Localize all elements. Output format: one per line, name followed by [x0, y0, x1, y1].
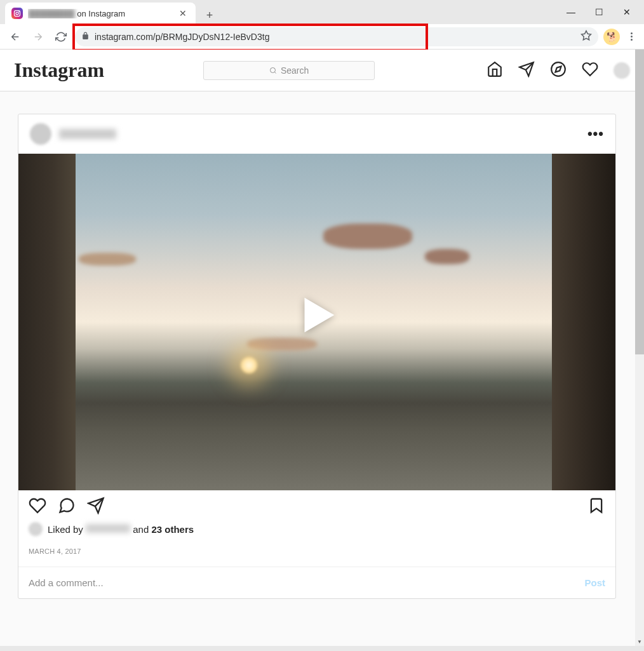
back-button[interactable]	[6, 28, 24, 46]
address-bar[interactable]: instagram.com/p/BRMgJDyDsN12-IeBvD3tg	[75, 27, 598, 46]
tab-title: ████████ on Instagram	[28, 9, 177, 18]
search-input[interactable]: Search	[203, 61, 375, 80]
scrollbar-thumb[interactable]	[635, 50, 644, 354]
post-header: •••	[18, 114, 615, 154]
browser-more-menu-icon[interactable]	[625, 32, 638, 41]
svg-marker-10	[305, 298, 335, 333]
likes-text: Liked by and 23 others	[48, 524, 194, 535]
instagram-logo[interactable]: Instagram	[14, 58, 104, 82]
play-icon[interactable]	[292, 290, 342, 340]
post-actions	[18, 490, 615, 521]
svg-line-5	[274, 72, 276, 73]
forward-button	[29, 28, 47, 46]
liker-username[interactable]	[86, 524, 130, 533]
post-date: MARCH 4, 2017	[18, 539, 615, 567]
post-card: ••• Liked by and 23 others	[18, 114, 616, 599]
tab-close-icon[interactable]: ✕	[177, 8, 189, 18]
bookmark-star-icon[interactable]	[580, 30, 592, 44]
svg-point-8	[551, 62, 565, 76]
author-username[interactable]	[59, 129, 116, 139]
reload-button[interactable]	[52, 28, 70, 46]
lock-icon	[81, 31, 90, 43]
url-text: instagram.com/p/BRMgJDyDsN12-IeBvD3tg	[95, 32, 575, 42]
media-decor	[323, 224, 412, 249]
svg-point-4	[270, 67, 275, 72]
maximize-icon[interactable]: ☐	[591, 4, 607, 20]
window-controls: — ☐ ✕	[563, 0, 644, 24]
extension-icon[interactable]: 🐕	[603, 29, 620, 45]
scroll-down-arrow-icon[interactable]: ▼	[635, 637, 644, 646]
share-button-icon[interactable]	[87, 497, 105, 517]
explore-icon[interactable]	[550, 61, 567, 80]
media-decor	[425, 249, 469, 264]
media-decor	[241, 357, 257, 373]
search-placeholder: Search	[281, 65, 309, 76]
comment-input[interactable]	[29, 577, 584, 588]
author-avatar[interactable]	[30, 123, 51, 145]
likes-count[interactable]: 23 others	[151, 524, 194, 535]
post-likes-row: Liked by and 23 others	[18, 521, 615, 539]
comment-submit-button[interactable]: Post	[584, 577, 605, 588]
address-bar-row: instagram.com/p/BRMgJDyDsN12-IeBvD3tg 🐕	[0, 24, 644, 50]
svg-marker-3	[582, 30, 591, 39]
search-icon	[269, 67, 277, 74]
tab-bar: ████████ on Instagram ✕ + — ☐ ✕	[0, 0, 644, 24]
profile-avatar[interactable]	[614, 62, 630, 79]
like-button-icon[interactable]	[29, 497, 46, 517]
save-button-icon[interactable]	[587, 497, 605, 517]
home-icon[interactable]	[486, 61, 503, 80]
liker-avatar[interactable]	[29, 522, 43, 536]
heart-icon[interactable]	[582, 61, 598, 80]
media-decor	[18, 154, 76, 490]
media-decor	[79, 253, 136, 265]
comment-button-icon[interactable]	[58, 497, 76, 517]
close-window-icon[interactable]: ✕	[619, 4, 635, 20]
instagram-header: Instagram Search	[0, 50, 644, 91]
media-decor	[552, 154, 615, 490]
messages-icon[interactable]	[518, 61, 535, 80]
svg-marker-9	[555, 66, 561, 72]
page-content: ▲ ▼ Instagram Search •••	[0, 50, 644, 646]
header-nav	[486, 61, 630, 80]
minimize-icon[interactable]: —	[563, 4, 579, 20]
post-more-menu-icon[interactable]: •••	[587, 126, 604, 142]
new-tab-button[interactable]: +	[201, 6, 218, 24]
browser-tab[interactable]: ████████ on Instagram ✕	[5, 3, 196, 24]
scrollbar[interactable]: ▲ ▼	[635, 50, 644, 646]
svg-point-1	[16, 12, 18, 15]
instagram-favicon-icon	[11, 8, 23, 19]
browser-chrome: ████████ on Instagram ✕ + — ☐ ✕ instagra…	[0, 0, 644, 50]
svg-point-2	[19, 11, 20, 12]
comment-row: Post	[18, 567, 615, 598]
post-video[interactable]	[18, 154, 615, 490]
